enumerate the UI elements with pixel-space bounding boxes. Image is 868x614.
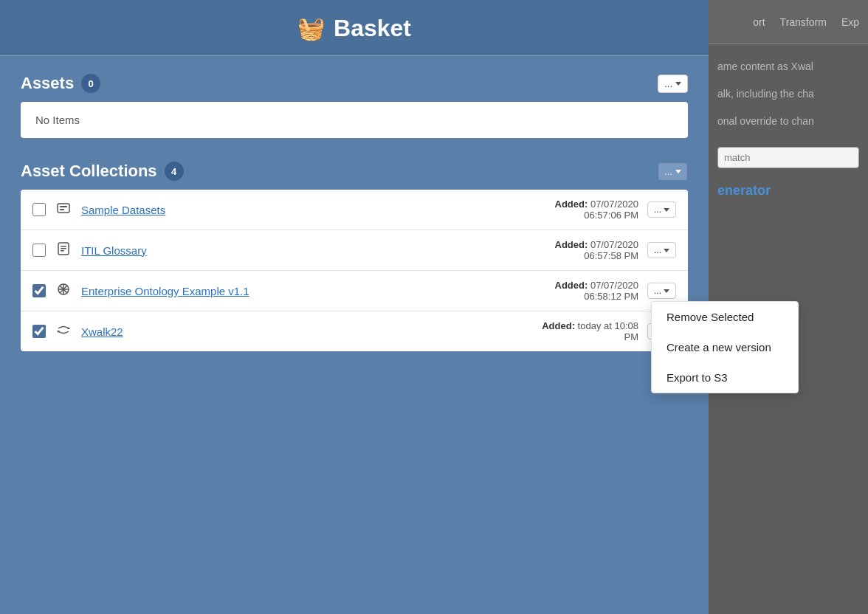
collections-count-badge: 4 bbox=[165, 162, 184, 181]
svg-rect-2 bbox=[60, 209, 64, 210]
collections-section-header: Asset Collections 4 ... bbox=[21, 162, 688, 181]
right-body: ame content as Xwal alk, including the c… bbox=[709, 44, 868, 213]
dropdown-item-create-version[interactable]: Create a new version bbox=[652, 332, 798, 362]
right-text-1: ame content as Xwal bbox=[717, 59, 859, 75]
assets-menu-chevron bbox=[675, 82, 681, 86]
right-text-2: alk, including the cha bbox=[717, 86, 859, 102]
assets-no-items-box: No Items bbox=[21, 102, 688, 138]
row-2-name[interactable]: ITIL Glossary bbox=[81, 244, 497, 257]
collections-table: Sample Datasets Added: 07/07/202006:57:0… bbox=[21, 190, 688, 351]
row-3-action-button[interactable]: ... bbox=[647, 283, 676, 299]
row-4-name[interactable]: Xwalk22 bbox=[81, 325, 497, 338]
assets-label: Assets bbox=[21, 74, 74, 93]
context-dropdown-menu: Remove Selected Create a new version Exp… bbox=[651, 301, 799, 393]
table-row: Xwalk22 Added: today at 10:08PM ... bbox=[21, 311, 688, 351]
row-2-chevron bbox=[664, 249, 669, 252]
row-4-meta: Added: today at 10:08PM bbox=[506, 320, 638, 342]
row-2-icon bbox=[55, 241, 72, 260]
row-1-action-button[interactable]: ... bbox=[647, 201, 676, 218]
row-2-meta: Added: 07/07/202006:57:58 PM bbox=[506, 239, 638, 261]
topbar-item-1: ort bbox=[753, 16, 765, 28]
assets-no-items-text: No Items bbox=[35, 114, 80, 126]
collections-label: Asset Collections bbox=[21, 162, 157, 181]
basket-title: 🧺 Basket bbox=[0, 15, 709, 42]
row-1-meta: Added: 07/07/202006:57:06 PM bbox=[506, 199, 638, 221]
row-4-icon bbox=[55, 322, 72, 341]
assets-menu-button[interactable]: ... bbox=[658, 75, 688, 93]
topbar-item-2: Transform bbox=[780, 16, 827, 28]
row-1-checkbox[interactable] bbox=[32, 203, 46, 216]
topbar-item-3: Exp bbox=[841, 16, 859, 28]
svg-rect-5 bbox=[61, 248, 66, 249]
right-generator-label: enerator bbox=[717, 183, 859, 199]
row-1-chevron bbox=[664, 208, 669, 212]
svg-rect-6 bbox=[61, 250, 64, 252]
assets-title: Assets 0 bbox=[21, 74, 100, 93]
basket-panel: 🧺 Basket Assets 0 ... No Items Asset Col… bbox=[0, 0, 709, 614]
row-3-icon bbox=[55, 282, 72, 300]
assets-section-header: Assets 0 ... bbox=[21, 74, 688, 93]
row-1-name[interactable]: Sample Datasets bbox=[81, 204, 497, 216]
collections-title: Asset Collections 4 bbox=[21, 162, 184, 181]
row-3-name[interactable]: Enterprise Ontology Example v1.1 bbox=[81, 285, 497, 297]
collections-menu-button[interactable]: ... bbox=[658, 162, 688, 181]
right-match-input[interactable] bbox=[717, 147, 859, 168]
basket-icon: 🧺 bbox=[297, 15, 325, 41]
row-3-chevron bbox=[664, 289, 669, 293]
right-text-3: onal override to chan bbox=[717, 114, 859, 129]
row-4-checkbox[interactable] bbox=[32, 325, 46, 338]
row-3-meta: Added: 07/07/202006:58:12 PM bbox=[506, 280, 638, 302]
collections-section: Asset Collections 4 ... bbox=[21, 162, 688, 351]
svg-rect-1 bbox=[60, 206, 67, 207]
row-3-checkbox[interactable] bbox=[32, 284, 46, 297]
table-row: Sample Datasets Added: 07/07/202006:57:0… bbox=[21, 190, 688, 230]
assets-count-badge: 0 bbox=[81, 74, 100, 93]
basket-header: 🧺 Basket bbox=[0, 0, 709, 56]
row-2-checkbox[interactable] bbox=[32, 244, 46, 257]
basket-content: Assets 0 ... No Items Asset Collections … bbox=[0, 56, 709, 369]
svg-rect-0 bbox=[58, 204, 69, 213]
dropdown-item-remove-selected[interactable]: Remove Selected bbox=[652, 302, 798, 332]
collections-menu-chevron bbox=[675, 170, 681, 173]
row-1-icon bbox=[55, 201, 72, 219]
table-row: Enterprise Ontology Example v1.1 Added: … bbox=[21, 271, 688, 311]
right-topbar: ort Transform Exp bbox=[709, 0, 868, 44]
row-2-action-button[interactable]: ... bbox=[647, 242, 676, 258]
dropdown-item-export-s3[interactable]: Export to S3 bbox=[652, 362, 798, 393]
table-row: ITIL Glossary Added: 07/07/202006:57:58 … bbox=[21, 230, 688, 271]
basket-title-text: Basket bbox=[334, 15, 411, 42]
svg-rect-4 bbox=[61, 246, 66, 247]
